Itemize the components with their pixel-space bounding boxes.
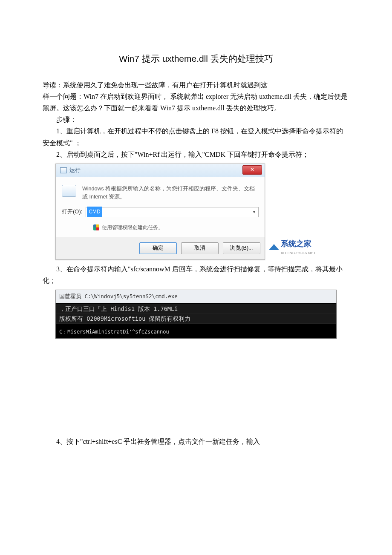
dropdown-icon[interactable]: ▾	[251, 208, 257, 216]
step-3: 3、在命令提示符内输入"sfc/scannowM 后回车，系统会进行扫描修复，等…	[43, 263, 349, 286]
admin-note: 使用管理权限创建此任务。	[102, 223, 163, 232]
run-dialog-body: Windows 将根据您所输入的名称，为您打开相应的程序、文件夹、文档或 Int…	[56, 177, 265, 205]
spacer	[43, 342, 349, 436]
run-dialog: 运行 ✕ Windows 将根据您所输入的名称，为您打开相应的程序、文件夹、文档…	[55, 164, 265, 260]
ok-button[interactable]: 确定	[139, 242, 177, 254]
step-1: 1、重启计算机，在开机过程中不停的点击键盘上的 F8 按钮，在登入模式中选择带命…	[43, 125, 349, 148]
intro-line-1: 导读：系统使用久了难免会出现一些故障，有用户在打开计算机时就遇到这	[43, 79, 349, 91]
open-label: 打开(O):	[62, 207, 82, 216]
run-dialog-buttons: 确定 取消 浏览(B)... 系统之家 XITONGZHIJIA.NET	[56, 237, 265, 259]
watermark-sub: XITONGZHIJIA.NET	[281, 250, 316, 256]
intro-line-2: 样一个问题：Win7 在启动到欢迎界面时， 系统就弹出 explorer 无法启…	[43, 91, 349, 114]
run-dialog-title: 运行	[69, 166, 81, 175]
cmd-window: 国苣霍员 C:\Windovj5\sy5tennS2\cmd.exe ，正产口三…	[55, 290, 337, 339]
shield-icon	[93, 224, 99, 230]
document-page: Win7 提示 uxtheme.dll 丢失的处理技巧 导读：系统使用久了难免会…	[0, 0, 392, 473]
run-program-icon	[62, 185, 76, 197]
cancel-button[interactable]: 取消	[181, 242, 219, 254]
browse-button[interactable]: 浏览(B)...	[223, 242, 260, 254]
steps-header: 步骤：	[43, 114, 349, 125]
cmd-line-1: ，正产口三口「上 Hindis1 版本 1.76MLi	[56, 304, 336, 314]
run-open-row: 打开(O): CMD ▾	[56, 205, 265, 221]
watermark: 系统之家 XITONGZHIJIA.NET	[269, 237, 316, 257]
run-dialog-titlebar: 运行 ✕	[56, 164, 265, 177]
cmd-body: ，正产口三口「上 Hindis1 版本 1.76MLi 版权所有 O2009Mi…	[55, 303, 337, 339]
cmd-line-2: 版权所有 O2009Microsoftiou 保留所有权利力	[56, 314, 336, 324]
run-dialog-description: Windows 将根据您所输入的名称，为您打开相应的程序、文件夹、文档或 Int…	[82, 185, 259, 201]
step-2: 2、启动到桌面之后，按下"Win+Rf 出运行，输入"CMDK 下回车键打开命令…	[43, 149, 349, 160]
cmd-titlebar: 国苣霍员 C:\Windovj5\sy5tennS2\cmd.exe	[55, 290, 337, 303]
cmd-line-3: C：MisersMiAministratDi'^sfcZscannou	[56, 324, 336, 337]
close-button[interactable]: ✕	[242, 165, 262, 175]
house-icon	[269, 244, 279, 250]
open-input[interactable]: CMD ▾	[86, 207, 259, 217]
run-title-icon	[60, 167, 67, 173]
admin-privilege-row: 使用管理权限创建此任务。	[56, 221, 265, 237]
open-input-value: CMD	[87, 207, 102, 217]
page-title: Win7 提示 uxtheme.dll 丢失的处理技巧	[43, 51, 349, 66]
watermark-text: 系统之家	[281, 239, 311, 248]
step-4: 4、按下"ctrl+shift+esC 乎出衽务管理器，点击文件一新建任务，输入	[43, 436, 349, 447]
